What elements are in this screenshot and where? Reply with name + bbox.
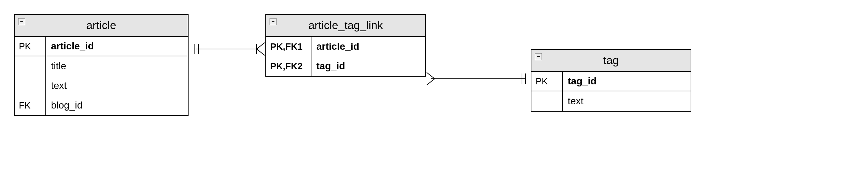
table-row: PK,FK1 article_id xyxy=(266,37,425,56)
entity-header-article: − article xyxy=(15,15,188,37)
entity-article[interactable]: − article PK article_id title text FK bl… xyxy=(14,14,189,116)
entity-header-tag: − tag xyxy=(531,50,691,72)
key-label xyxy=(15,76,46,96)
svg-line-3 xyxy=(257,43,265,49)
key-label: PK,FK2 xyxy=(266,56,311,76)
field-name: article_id xyxy=(311,37,425,56)
field-name: tag_id xyxy=(563,72,691,90)
table-row: PK,FK2 tag_id xyxy=(266,56,425,76)
table-row: PK article_id xyxy=(15,37,188,56)
key-label xyxy=(15,56,46,76)
field-name: title xyxy=(46,57,188,75)
collapse-icon[interactable]: − xyxy=(270,18,277,25)
entity-tag[interactable]: − tag PK tag_id text xyxy=(531,49,691,112)
collapse-icon[interactable]: − xyxy=(18,18,25,25)
table-row: title xyxy=(15,56,188,76)
entity-title: article_tag_link xyxy=(270,18,421,33)
key-label: FK xyxy=(15,96,46,115)
table-row: PK tag_id xyxy=(531,72,691,91)
key-label xyxy=(531,91,563,111)
field-name: article_id xyxy=(46,37,188,55)
entity-title: tag xyxy=(536,52,686,68)
field-name: text xyxy=(46,77,188,95)
svg-line-7 xyxy=(427,72,435,79)
collapse-icon[interactable]: − xyxy=(535,53,542,60)
field-name: blog_id xyxy=(46,96,188,114)
svg-line-8 xyxy=(427,79,435,85)
entity-header-article-tag-link: − article_tag_link xyxy=(266,15,425,37)
field-name: tag_id xyxy=(311,57,425,75)
entity-article-tag-link[interactable]: − article_tag_link PK,FK1 article_id PK,… xyxy=(265,14,426,77)
svg-line-4 xyxy=(257,49,265,55)
relation-article-to-link xyxy=(189,38,265,59)
table-row: FK blog_id xyxy=(15,96,188,115)
table-row: text xyxy=(15,76,188,96)
key-label: PK,FK1 xyxy=(266,37,311,56)
key-label: PK xyxy=(15,37,46,56)
field-name: text xyxy=(563,92,691,110)
entity-body-article-tag-link: PK,FK1 article_id PK,FK2 tag_id xyxy=(266,37,425,76)
key-label: PK xyxy=(531,72,563,91)
entity-body-tag: PK tag_id text xyxy=(531,72,691,111)
entity-body-article: PK article_id title text FK blog_id xyxy=(15,37,188,115)
entity-title: article xyxy=(19,18,184,33)
table-row: text xyxy=(531,91,691,111)
relation-link-to-tag xyxy=(426,68,531,89)
